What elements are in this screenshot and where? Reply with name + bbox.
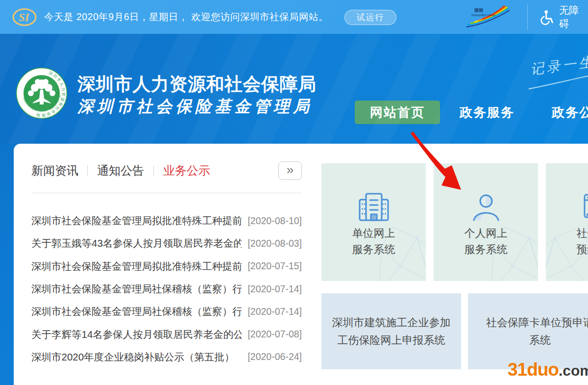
accessibility-label: 无障碍 <box>559 4 588 30</box>
news-list-item[interactable]: 深圳市社会保险基金管理局社保稽核（监察）行政... [2020-07-14] <box>31 300 302 323</box>
news-title[interactable]: 深圳市社会保险基金管理局拟批准特殊工种提前退... <box>31 214 242 228</box>
city-logo-cn-text: 深圳 <box>474 8 483 13</box>
city-logo-en-text: SHENZHEN CHINA <box>471 14 495 17</box>
card-label: 个人网上 服务系统 <box>434 225 538 257</box>
card-social-insurance-booking[interactable]: 社保业务 预约系统 <box>546 163 588 281</box>
card-label: 深圳市建筑施工企业参加 工伤保险网上申报系统 <box>321 314 461 349</box>
news-list-item[interactable]: 深圳市社会保险基金管理局拟批准特殊工种提前退... [2020-07-15] <box>31 255 302 278</box>
topbar: SI 今天是 2020年9月6日，星期日， 欢迎您访问深圳市社保局网站。 试运行… <box>0 0 588 34</box>
news-date: [2020-07-14] <box>247 306 302 317</box>
slogan-underline <box>528 74 588 91</box>
si-logo-icon: SI <box>12 7 37 27</box>
news-date: [2020-08-03] <box>247 238 302 249</box>
trial-run-badge: 试运行 <box>344 10 396 25</box>
content-panel: 新闻资讯 通知公告 业务公示 » 深圳市社会保险基金管理局拟批准特殊工种提前退.… <box>14 144 588 385</box>
watermark-suffix: .com <box>559 362 588 379</box>
news-title[interactable]: 深圳市2020年度企业稳岗补贴公示（第五批） <box>31 350 235 364</box>
news-list-item[interactable]: 关于李辉等14名参保人按月领取居民养老金的公示 [2020-07-08] <box>31 323 302 345</box>
card-construction-injury-insurance[interactable]: 深圳市建筑施工企业参加 工伤保险网上申报系统 <box>321 293 461 369</box>
news-list-item[interactable]: 关于郭玉娥等43名参保人按月领取居民养老金的公示 [2020-08-03] <box>31 232 302 255</box>
watermark: 31duo.com <box>508 359 588 380</box>
site-greeting: 今天是 2020年9月6日，星期日， 欢迎您访问深圳市社保局网站。 <box>44 0 328 34</box>
tab-business-publicity[interactable]: 业务公示 <box>163 163 210 179</box>
wheelchair-icon <box>539 9 554 25</box>
news-list-item[interactable]: 深圳市2020年度企业稳岗补贴公示（第五批） [2020-06-24] <box>31 346 302 368</box>
news-title[interactable]: 深圳市社会保险基金管理局社保稽核（监察）行政... <box>31 282 242 296</box>
card-social-security-card-preapply[interactable]: 社会保障卡单位预申请 系统 <box>468 293 588 369</box>
news-date: [2020-07-15] <box>247 260 302 272</box>
tab-news[interactable]: 新闻资讯 <box>31 163 78 179</box>
news-title[interactable]: 关于李辉等14名参保人按月领取居民养老金的公示 <box>31 328 242 341</box>
watermark-brand: 31duo <box>508 359 559 380</box>
news-list: 深圳市社会保险基金管理局拟批准特殊工种提前退... [2020-08-10] 关… <box>31 209 302 368</box>
person-icon <box>470 192 502 222</box>
card-unit-online-service[interactable]: 单位网上 服务系统 <box>321 163 426 281</box>
org-title-line1: 深圳市人力资源和社会保障局 <box>77 72 317 97</box>
tab-notices[interactable]: 通知公告 <box>97 163 144 179</box>
id-card-icon <box>583 192 588 220</box>
bureau-emblem: 深圳市人力资源和社会保障局 SHENZHEN SOCIAL SECURITY A… <box>16 67 68 119</box>
site-header: 深圳市人力资源和社会保障局 SHENZHEN SOCIAL SECURITY A… <box>0 34 588 144</box>
card-label: 单位网上 服务系统 <box>321 225 426 257</box>
nav-gov-disclosure[interactable]: 政务公开 <box>552 101 588 124</box>
news-list-item[interactable]: 深圳市社会保险基金管理局拟批准特殊工种提前退... [2020-08-10] <box>31 209 302 232</box>
more-button[interactable]: » <box>278 161 302 180</box>
tab-divider <box>153 165 154 176</box>
news-title[interactable]: 深圳市社会保险基金管理局社保稽核（监察）行政... <box>31 305 242 318</box>
accessibility-link[interactable]: 无障碍 <box>539 0 588 34</box>
news-date: [2020-07-08] <box>247 329 302 340</box>
card-label: 社会保障卡单位预申请 系统 <box>468 314 588 349</box>
card-label: 社保业务 预约系统 <box>546 225 588 257</box>
building-icon <box>358 192 390 222</box>
news-title[interactable]: 关于郭玉娥等43名参保人按月领取居民养老金的公示 <box>31 236 242 250</box>
card-personal-online-service[interactable]: 个人网上 服务系统 <box>434 163 538 281</box>
news-date: [2020-06-24] <box>247 351 302 362</box>
nav-home[interactable]: 网站首页 <box>355 101 440 124</box>
topbar-divider <box>527 4 528 30</box>
news-date: [2020-07-14] <box>247 283 302 295</box>
news-date: [2020-08-10] <box>247 215 302 227</box>
nav-gov-services[interactable]: 政务服务 <box>460 101 514 124</box>
tabs-underline-divider <box>31 193 302 193</box>
si-logo-text: SI <box>19 11 30 24</box>
org-title-line2: 深圳市社会保险基金管理局 <box>77 96 313 118</box>
news-title[interactable]: 深圳市社会保险基金管理局拟批准特殊工种提前退... <box>31 259 242 273</box>
tab-divider <box>87 165 88 176</box>
shenzhen-city-logo: 深圳 SHENZHEN CHINA <box>464 5 512 29</box>
news-list-item[interactable]: 深圳市社会保险基金管理局社保稽核（监察）行政... [2020-07-14] <box>31 278 302 300</box>
